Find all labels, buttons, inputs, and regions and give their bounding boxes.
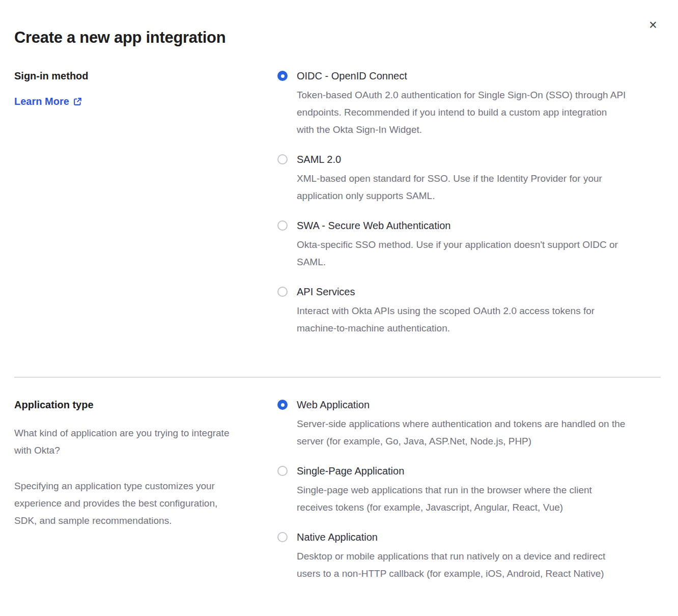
option-label: Single-Page Application bbox=[297, 464, 592, 478]
option-label: Native Application bbox=[297, 530, 605, 544]
radio-icon-oidc[interactable] bbox=[277, 71, 288, 81]
option-label: SWA - Secure Web Authentication bbox=[297, 219, 618, 232]
radio-option-oidc[interactable]: OIDC - OpenID Connect Token-based OAuth … bbox=[277, 69, 661, 138]
option-label: OIDC - OpenID Connect bbox=[297, 69, 626, 82]
page-title: Create a new app integration bbox=[14, 0, 661, 47]
learn-more-label: Learn More bbox=[14, 96, 69, 107]
application-type-section: Application type What kind of applicatio… bbox=[14, 398, 661, 597]
external-link-icon bbox=[73, 97, 82, 106]
learn-more-link[interactable]: Learn More bbox=[14, 96, 82, 107]
option-label: API Services bbox=[297, 285, 595, 298]
radio-option-api-services[interactable]: API Services Interact with Okta APIs usi… bbox=[277, 285, 661, 337]
radio-icon-api-services[interactable] bbox=[277, 287, 288, 297]
close-icon[interactable]: × bbox=[645, 17, 661, 33]
option-label: SAML 2.0 bbox=[297, 153, 602, 166]
radio-icon-native-application[interactable] bbox=[277, 532, 288, 542]
option-description: Okta-specific SSO method. Use if your ap… bbox=[297, 236, 618, 271]
option-description: Interact with Okta APIs using the scoped… bbox=[297, 302, 595, 337]
radio-icon-saml[interactable] bbox=[277, 154, 288, 164]
radio-option-saml[interactable]: SAML 2.0 XML-based open standard for SSO… bbox=[277, 153, 661, 205]
application-type-label: Application type bbox=[14, 398, 262, 411]
radio-option-swa[interactable]: SWA - Secure Web Authentication Okta-spe… bbox=[277, 219, 661, 271]
option-description: Token-based OAuth 2.0 authentication for… bbox=[297, 87, 626, 138]
signin-method-label: Sign-in method bbox=[14, 69, 262, 82]
section-divider bbox=[14, 377, 661, 378]
option-description: XML-based open standard for SSO. Use if … bbox=[297, 170, 602, 205]
radio-icon-web-application[interactable] bbox=[277, 400, 288, 410]
radio-icon-swa[interactable] bbox=[277, 220, 288, 231]
signin-method-section: Sign-in method Learn More OIDC - OpenID … bbox=[14, 69, 661, 351]
option-description: Single-page web applications that run in… bbox=[297, 482, 592, 516]
option-label: Web Application bbox=[297, 398, 625, 411]
option-description: Server-side applications where authentic… bbox=[297, 415, 625, 450]
option-description: Desktop or mobile applications that run … bbox=[297, 548, 605, 582]
radio-option-web-application[interactable]: Web Application Server-side applications… bbox=[277, 398, 661, 450]
application-type-help-2: Specifying an application type customize… bbox=[14, 478, 262, 529]
application-type-help-1: What kind of application are you trying … bbox=[14, 425, 262, 459]
create-app-integration-dialog: × Create a new app integration Sign-in m… bbox=[0, 0, 678, 616]
radio-option-native-application[interactable]: Native Application Desktop or mobile app… bbox=[277, 530, 661, 582]
radio-icon-single-page-application[interactable] bbox=[277, 466, 288, 476]
radio-option-single-page-application[interactable]: Single-Page Application Single-page web … bbox=[277, 464, 661, 516]
